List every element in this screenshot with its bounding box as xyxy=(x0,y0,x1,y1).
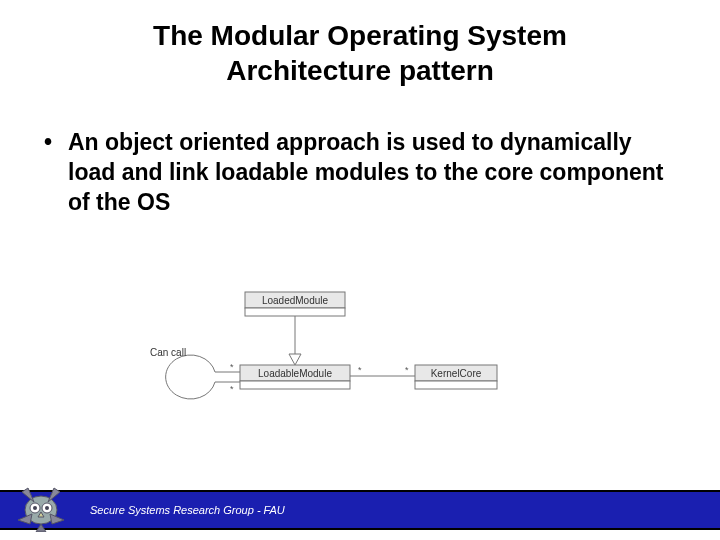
svg-marker-17 xyxy=(18,514,32,524)
loaded-module-label: LoadedModule xyxy=(262,295,329,306)
svg-rect-5 xyxy=(415,381,497,389)
bullet-list: • An object oriented approach is used to… xyxy=(0,98,720,218)
title-line-2: Architecture pattern xyxy=(226,55,494,86)
svg-marker-7 xyxy=(289,354,301,365)
svg-marker-10 xyxy=(22,488,34,502)
self-association: Can call * * xyxy=(150,347,240,399)
title-line-1: The Modular Operating System xyxy=(153,20,567,51)
svg-point-15 xyxy=(45,506,49,510)
footer-text: Secure Systems Research Group - FAU xyxy=(90,504,285,516)
kernel-core-box: KernelCore xyxy=(415,365,497,389)
svg-rect-1 xyxy=(245,308,345,316)
loaded-module-box: LoadedModule xyxy=(245,292,345,316)
self-mult-top: * xyxy=(230,362,234,372)
self-mult-bottom: * xyxy=(230,384,234,394)
association-line: * * xyxy=(350,365,415,376)
kernel-core-label: KernelCore xyxy=(431,368,482,379)
svg-marker-18 xyxy=(50,514,64,524)
svg-point-14 xyxy=(33,506,37,510)
mult-right: * xyxy=(405,365,409,375)
bullet-dot: • xyxy=(40,128,68,218)
footer-bar: Secure Systems Research Group - FAU xyxy=(0,490,720,530)
bullet-item: • An object oriented approach is used to… xyxy=(40,128,680,218)
inheritance-arrow xyxy=(289,316,301,365)
loadable-module-box: LoadableModule xyxy=(240,365,350,389)
can-call-label: Can call xyxy=(150,347,186,358)
svg-marker-11 xyxy=(48,488,60,502)
mult-left: * xyxy=(358,365,362,375)
bullet-text: An object oriented approach is used to d… xyxy=(68,128,680,218)
loadable-module-label: LoadableModule xyxy=(258,368,332,379)
uml-diagram: LoadedModule LoadableModule KernelCore *… xyxy=(120,290,500,440)
svg-marker-19 xyxy=(36,524,46,532)
owl-logo-icon xyxy=(14,484,68,532)
svg-rect-3 xyxy=(240,381,350,389)
slide-title: The Modular Operating System Architectur… xyxy=(0,0,720,98)
